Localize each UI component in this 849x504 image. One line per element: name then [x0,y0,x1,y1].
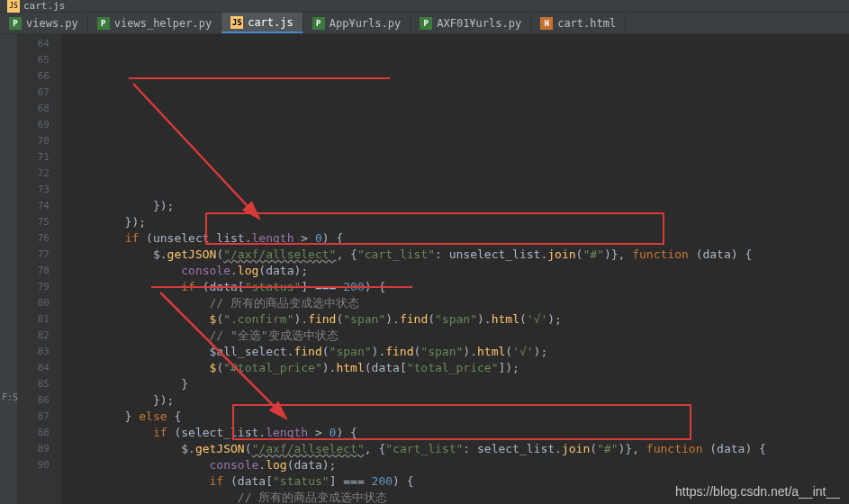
line-number: 70 [18,133,60,149]
line-number: 82 [18,328,60,344]
code-line: } [61,376,849,392]
tab-label: cart.js [248,16,294,29]
code-line: $.getJSON("/axf/allselect", {"cart_list"… [61,247,849,263]
line-number: 84 [18,360,60,376]
js-icon: JS [230,16,243,29]
line-number: 69 [18,117,60,133]
sidebar-label: F:S [2,392,18,402]
py-icon: P [312,17,325,30]
line-number: 65 [18,52,60,68]
breadcrumb-bar: JS cart.js [0,0,849,13]
code-line: $(".confirm").find("span").find("span").… [61,311,849,328]
tab-axf01-urls-py[interactable]: PAXF01¥urls.py [411,13,531,33]
js-icon: JS [7,0,20,13]
code-line: // "全选"变成选中状态 [61,328,849,344]
line-number: 79 [18,279,60,295]
code-line: console.log(data); [61,263,849,279]
line-number: 71 [18,149,60,166]
line-number: 78 [18,263,60,279]
line-number: 73 [18,182,60,198]
html-icon: H [540,17,553,30]
line-number: 76 [18,230,60,247]
line-number: 68 [18,101,60,117]
code-line: if (unselect_list.length > 0) { [61,230,849,247]
code-line: } else { [61,409,849,425]
tab-cart-html[interactable]: Hcart.html [531,13,626,33]
editor-area: F:S 646566676869707172737475767778798081… [0,34,849,504]
code-line: if (data["status"] === 200) { [61,279,849,295]
tab-app-urls-py[interactable]: PApp¥urls.py [303,13,411,33]
tab-label: App¥urls.py [330,17,401,30]
py-icon: P [97,17,110,30]
tab-label: views.py [26,17,78,30]
breadcrumb-file: cart.js [23,0,65,12]
tab-label: cart.html [557,17,616,30]
line-number: 64 [18,36,60,52]
py-icon: P [9,17,22,30]
code-line: $.getJSON("/axf/allselect", {"cart_list"… [61,441,849,457]
code-line: }); [61,392,849,409]
code-line: $("#total_price").html(data["total_price… [61,360,849,376]
left-tool-gutter: F:S [0,34,18,504]
tab-views_helper-py[interactable]: Pviews_helper.py [88,13,221,33]
code-line: }); [61,198,849,214]
tab-label: views_helper.py [114,17,212,30]
line-number: 87 [18,409,60,425]
tab-views-py[interactable]: Pviews.py [0,13,88,33]
line-number-gutter: 6465666768697071727374757677787980818283… [18,34,61,504]
line-number: 74 [18,198,60,214]
line-number: 75 [18,214,60,230]
code-line: }); [61,214,849,230]
code-line: // 所有的商品变成选中状态 [61,295,849,311]
editor-tabs: Pviews.pyPviews_helper.pyJScart.jsPApp¥u… [0,13,849,34]
line-number: 89 [18,441,60,457]
code-editor[interactable]: }); }); if (unselect_list.length > 0) { … [61,34,849,504]
line-number: 90 [18,457,60,473]
line-number: 81 [18,311,60,328]
line-number: 80 [18,295,60,311]
watermark: https://blog.csdn.net/a__int__ [675,484,840,499]
line-number: 83 [18,344,60,360]
code-line: if (select_list.length > 0) { [61,425,849,441]
line-number: 72 [18,166,60,182]
code-line: console.log(data); [61,457,849,473]
line-number: 86 [18,392,60,409]
annotation-line-1 [129,77,390,79]
line-number: 85 [18,376,60,392]
tab-cart-js[interactable]: JScart.js [221,13,303,33]
line-number: 77 [18,247,60,263]
line-number: 66 [18,68,60,85]
tab-label: AXF01¥urls.py [437,17,521,30]
line-number: 88 [18,425,60,441]
py-icon: P [420,17,432,30]
line-number: 67 [18,85,60,101]
code-line: $all_select.find("span").find("span").ht… [61,344,849,360]
